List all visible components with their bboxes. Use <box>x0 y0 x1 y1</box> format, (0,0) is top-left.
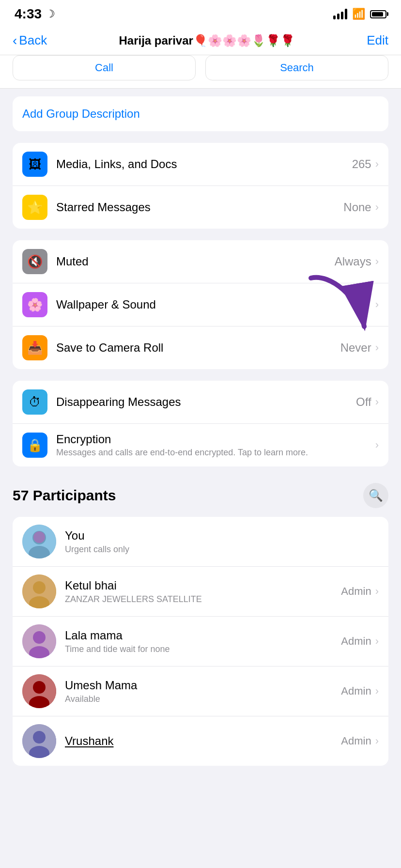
participant-name-ketul: Ketul bhai <box>65 579 341 592</box>
muted-chevron-icon: › <box>375 255 379 268</box>
participants-list: You Urgent calls only Ketul bhai ZANZAR … <box>13 517 388 766</box>
status-time: 4:33 <box>15 6 42 22</box>
edit-button[interactable]: Edit <box>367 33 388 48</box>
add-desc-label: Add Group Description <box>22 107 140 120</box>
disappearing-label: Disappearing Messages <box>56 395 356 409</box>
save-camera-roll-item[interactable]: 📥 Save to Camera Roll Never › <box>13 326 388 369</box>
search-button[interactable]: Search <box>205 55 388 80</box>
participant-role-vrushank: Admin <box>341 735 371 747</box>
muted-value: Always <box>335 255 371 268</box>
avatar-you <box>22 525 56 558</box>
star-icon: ⭐ <box>22 195 47 220</box>
wifi-icon: 📶 <box>352 8 365 20</box>
save-value: Never <box>340 341 371 355</box>
media-links-docs-item[interactable]: 🖼 Media, Links, and Docs 265 › <box>13 143 388 186</box>
wallpaper-chevron-icon: › <box>375 298 379 311</box>
add-group-description[interactable]: Add Group Description <box>13 96 388 131</box>
battery-icon <box>370 10 386 18</box>
moon-icon: ☽ <box>46 8 55 20</box>
status-icons: 📶 <box>333 8 386 20</box>
participant-you[interactable]: You Urgent calls only <box>13 517 388 567</box>
avatar-lala <box>22 624 56 658</box>
umesh-chevron-icon: › <box>375 685 379 698</box>
encryption-chevron-icon: › <box>375 439 379 451</box>
encryption-item[interactable]: 🔒 Encryption Messages and calls are end-… <box>13 424 388 466</box>
participant-role-lala: Admin <box>341 635 371 648</box>
participant-status-you: Urgent calls only <box>65 544 379 555</box>
disappearing-icon: ⏱ <box>22 389 47 415</box>
svg-point-9 <box>33 631 46 644</box>
starred-messages-item[interactable]: ⭐ Starred Messages None › <box>13 186 388 229</box>
encryption-label: Encryption <box>56 433 375 446</box>
participant-umesh[interactable]: Umesh Mama Available Admin › <box>13 666 388 716</box>
vrushank-chevron-icon: › <box>375 735 379 747</box>
wallpaper-sound-item[interactable]: 🌸 Wallpaper & Sound › <box>13 283 388 326</box>
wallpaper-label: Wallpaper & Sound <box>56 298 375 311</box>
disappearing-value: Off <box>356 395 371 409</box>
svg-point-6 <box>33 581 46 594</box>
media-value: 265 <box>352 157 371 171</box>
avatar-ketul <box>22 574 56 608</box>
settings-section: 🔇 Muted Always › 🌸 Wallpaper & Sound › 📥… <box>13 240 388 369</box>
wallpaper-icon: 🌸 <box>22 292 47 317</box>
participant-status-lala: Time and tide wait for none <box>65 644 341 654</box>
disappearing-messages-item[interactable]: ⏱ Disappearing Messages Off › <box>13 381 388 424</box>
media-icon: 🖼 <box>22 152 47 177</box>
participant-name-lala: Lala mama <box>65 629 341 642</box>
save-chevron-icon: › <box>375 341 379 354</box>
starred-value: None <box>343 201 371 214</box>
participant-role-umesh: Admin <box>341 685 371 698</box>
participants-header: 57 Participants 🔍 <box>0 478 401 513</box>
ketul-chevron-icon: › <box>375 585 379 598</box>
participant-name-umesh: Umesh Mama <box>65 679 341 692</box>
participants-title: 57 Participants <box>13 487 116 504</box>
participant-ketul[interactable]: Ketul bhai ZANZAR JEWELLERS SATELLITE Ad… <box>13 567 388 617</box>
media-section: 🖼 Media, Links, and Docs 265 › ⭐ Starred… <box>13 143 388 229</box>
back-label: Back <box>19 33 47 48</box>
participant-name-vrushank: Vrushank <box>65 734 341 748</box>
search-icon: 🔍 <box>369 489 383 502</box>
participant-role-ketul: Admin <box>341 585 371 598</box>
media-chevron-icon: › <box>375 158 379 170</box>
avatar-umesh <box>22 674 56 708</box>
signal-bars-icon <box>333 9 347 19</box>
media-label: Media, Links, and Docs <box>56 157 352 171</box>
muted-item[interactable]: 🔇 Muted Always › <box>13 240 388 283</box>
starred-chevron-icon: › <box>375 201 379 214</box>
avatar-vrushank <box>22 724 56 758</box>
svg-point-4 <box>33 531 45 543</box>
mute-icon: 🔇 <box>22 249 47 274</box>
participant-status-umesh: Available <box>65 694 341 704</box>
svg-point-12 <box>33 681 46 694</box>
action-strip: Call Search <box>0 55 401 89</box>
nav-bar: ‹ Back Harija parivar🎈🌸🌸🌸🌷🌹🌹 Edit <box>0 26 401 55</box>
disappearing-chevron-icon: › <box>375 396 379 408</box>
participant-lala[interactable]: Lala mama Time and tide wait for none Ad… <box>13 617 388 666</box>
participant-status-ketul: ZANZAR JEWELLERS SATELLITE <box>65 594 341 604</box>
back-chevron-icon: ‹ <box>13 34 17 47</box>
page-title: Harija parivar🎈🌸🌸🌸🌷🌹🌹 <box>47 34 367 47</box>
status-bar: 4:33 ☽ 📶 <box>0 0 401 26</box>
lock-icon: 🔒 <box>22 433 47 458</box>
save-label: Save to Camera Roll <box>56 341 340 355</box>
participant-vrushank[interactable]: Vrushank Admin › <box>13 716 388 766</box>
participants-search-button[interactable]: 🔍 <box>363 483 388 508</box>
lala-chevron-icon: › <box>375 635 379 648</box>
muted-label: Muted <box>56 255 335 268</box>
encryption-sublabel: Messages and calls are end-to-end encryp… <box>56 448 375 458</box>
starred-label: Starred Messages <box>56 201 343 214</box>
save-icon: 📥 <box>22 335 47 360</box>
back-button[interactable]: ‹ Back <box>13 33 47 48</box>
participant-name-you: You <box>65 529 379 542</box>
call-button[interactable]: Call <box>13 55 196 80</box>
privacy-section: ⏱ Disappearing Messages Off › 🔒 Encrypti… <box>13 381 388 466</box>
svg-point-15 <box>33 731 46 744</box>
